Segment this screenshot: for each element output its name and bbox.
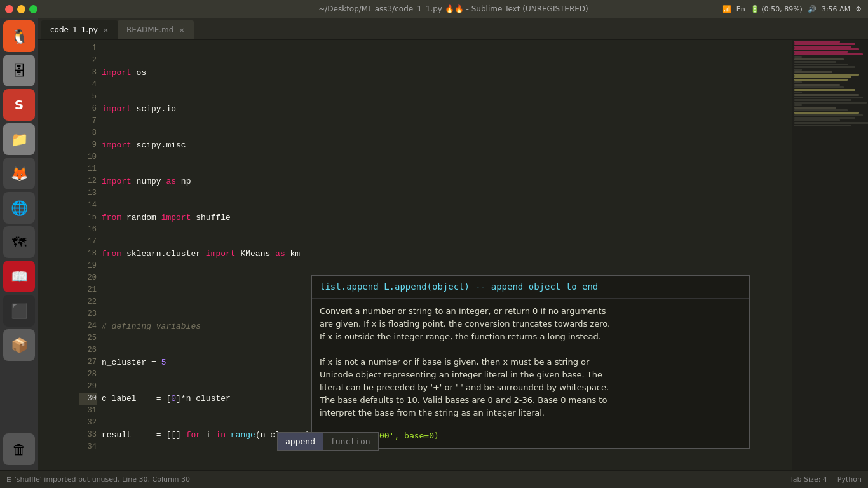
tab-readme[interactable]: README.md × (118, 20, 194, 39)
tray-volume[interactable]: 🔊 (808, 5, 817, 13)
code-line-5: from random import shuffle (102, 212, 792, 224)
autocomplete-popup[interactable]: append function (277, 432, 379, 451)
code-line-2: import scipy.io (102, 103, 792, 115)
tray-battery: 🔋 (0:50, 89%) (750, 5, 803, 13)
archive-icon[interactable]: 📦 (3, 329, 35, 361)
minimize-button[interactable] (17, 5, 25, 13)
system-tray: 📶 En 🔋 (0:50, 89%) 🔊 3:56 AM ⚙ (722, 0, 868, 18)
tab-size-label[interactable]: Tab Size: 4 (790, 475, 827, 484)
tray-settings[interactable]: ⚙ (855, 5, 862, 13)
sidebar: 🐧 🗄 S 📁 🦊 🌐 🗺 📖 ⬛ 📦 🗑 (0, 18, 38, 470)
status-message: 'shuffle' imported but unused, Line 30, … (15, 475, 190, 484)
ubuntu-icon[interactable]: 🐧 (3, 20, 35, 52)
tooltip-header: list.append L.append(object) -- append o… (312, 276, 749, 299)
firefox-icon[interactable]: 🦊 (3, 158, 35, 189)
code-line-6: from sklearn.cluster import KMeans as km (102, 248, 792, 260)
tab-bar: code_1_1.py × README.md × (0, 18, 868, 40)
chromium-icon[interactable]: 🌐 (3, 192, 35, 224)
maximize-button[interactable] (29, 5, 37, 13)
code-line-3: import scipy.misc (102, 139, 792, 151)
tray-network[interactable]: 📶 (722, 5, 731, 13)
code-line-4: import numpy as np (102, 175, 792, 187)
line-numbers: 12345 678910 1112131415 1617181920 21222… (76, 40, 102, 470)
tab-close[interactable]: × (103, 26, 109, 34)
maps-icon[interactable]: 🗺 (3, 226, 35, 258)
tab-close[interactable]: × (179, 26, 184, 34)
autocomplete-word[interactable]: append (278, 433, 323, 450)
file-manager-icon[interactable]: 📁 (3, 123, 35, 155)
code-line-1: import os (102, 67, 792, 79)
editor-area: 12345 678910 1112131415 1617181920 21222… (76, 40, 868, 470)
close-button[interactable] (5, 5, 13, 13)
window-controls[interactable] (5, 5, 37, 13)
tooltip-popup: list.append L.append(object) -- append o… (311, 275, 750, 449)
status-bar: ⊟ 'shuffle' imported but unused, Line 30… (0, 470, 868, 488)
files-icon[interactable]: 🗄 (3, 55, 35, 86)
tab-label: README.md (126, 25, 173, 34)
tab-label: code_1_1.py (50, 25, 98, 34)
tab-code-1-1[interactable]: code_1_1.py × (41, 20, 118, 39)
terminal-icon[interactable]: ⬛ (3, 295, 35, 327)
sublime-text-icon[interactable]: S (3, 89, 35, 121)
minimap (792, 40, 868, 470)
autocomplete-type: function (323, 433, 378, 450)
trash-icon[interactable]: 🗑 (3, 433, 35, 465)
tray-lang[interactable]: En (736, 5, 745, 13)
code-line-12 (102, 465, 792, 470)
reader-icon[interactable]: 📖 (3, 261, 35, 292)
syntax-label[interactable]: Python (837, 475, 862, 484)
tray-time: 3:56 AM (822, 5, 850, 13)
status-icon: ⊟ (6, 475, 12, 484)
tooltip-body: Convert a number or string to an integer… (312, 299, 749, 426)
